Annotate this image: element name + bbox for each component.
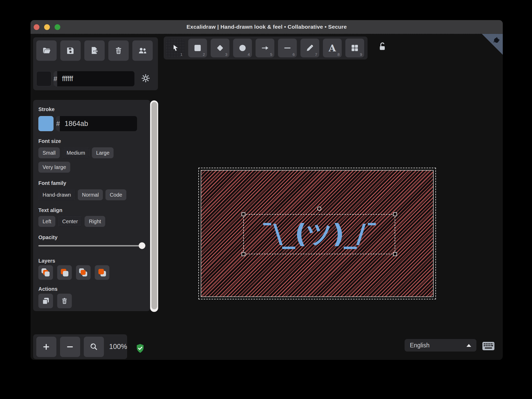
text-tool-icon: A bbox=[329, 43, 336, 53]
tool-line[interactable]: 6 bbox=[278, 39, 297, 57]
send-to-back-icon bbox=[42, 268, 50, 277]
zoom-in-button[interactable] bbox=[36, 337, 56, 357]
tool-arrow[interactable]: 5 bbox=[256, 39, 274, 57]
library-grid-icon bbox=[351, 44, 359, 52]
delete-button[interactable] bbox=[57, 294, 72, 308]
trash-icon bbox=[114, 46, 123, 55]
encryption-shield-icon[interactable] bbox=[136, 344, 144, 354]
language-select[interactable]: English bbox=[405, 339, 476, 352]
rotate-handle[interactable] bbox=[317, 207, 321, 211]
trash-icon bbox=[61, 297, 68, 305]
actions-label: Actions bbox=[38, 286, 145, 292]
hex-prefix[interactable]: # bbox=[54, 71, 57, 86]
tool-library[interactable]: 9 bbox=[345, 39, 364, 57]
duplicate-icon bbox=[42, 297, 50, 305]
clear-canvas-button[interactable] bbox=[108, 40, 129, 61]
text-align-left[interactable]: Left bbox=[38, 216, 55, 227]
font-family-label: Font family bbox=[38, 180, 145, 186]
opacity-slider[interactable] bbox=[38, 242, 145, 249]
font-family-normal[interactable]: Normal bbox=[78, 189, 103, 200]
font-size-small[interactable]: Small bbox=[38, 147, 60, 158]
github-corner-ribbon[interactable] bbox=[482, 34, 503, 55]
font-size-very-large[interactable]: Very large bbox=[38, 162, 70, 173]
excalidraw-window: Excalidraw | Hand-drawn look & feel • Co… bbox=[31, 20, 503, 360]
title-bar: Excalidraw | Hand-drawn look & feel • Co… bbox=[31, 20, 503, 34]
font-size-medium[interactable]: Medium bbox=[62, 147, 89, 158]
zoom-controls-island: 100% bbox=[33, 334, 127, 359]
collaborators-button[interactable] bbox=[132, 40, 153, 61]
text-selection-box[interactable]: ¯\_(ツ)_/¯ bbox=[243, 214, 395, 254]
reset-zoom-button[interactable] bbox=[84, 337, 104, 357]
layers-label: Layers bbox=[38, 258, 145, 264]
canvas-background-hex-field: # bbox=[54, 71, 134, 86]
unlocked-padlock-icon bbox=[377, 41, 387, 52]
maximize-window-button[interactable] bbox=[55, 24, 60, 30]
minimize-window-button[interactable] bbox=[44, 24, 50, 30]
font-family-code[interactable]: Code bbox=[105, 189, 126, 200]
font-size-label: Font size bbox=[38, 138, 145, 144]
font-size-large[interactable]: Large bbox=[92, 147, 114, 158]
keyboard-icon bbox=[482, 347, 495, 351]
stroke-hex-field: # bbox=[56, 116, 137, 131]
font-family-hand-drawn[interactable]: Hand-drawn bbox=[38, 189, 75, 200]
text-align-right[interactable]: Right bbox=[85, 216, 105, 227]
opacity-slider-handle[interactable] bbox=[139, 242, 145, 249]
window-title: Excalidraw | Hand-drawn look & feel • Co… bbox=[187, 24, 347, 30]
tool-selection[interactable]: 1 bbox=[166, 39, 185, 57]
language-value: English bbox=[410, 342, 429, 349]
pencil-icon bbox=[306, 44, 314, 52]
send-backward-icon bbox=[60, 268, 69, 277]
open-folder-icon bbox=[42, 46, 51, 55]
resize-handle-top-left[interactable] bbox=[241, 212, 245, 216]
panel-scrollbar-track[interactable] bbox=[150, 100, 158, 312]
bring-forward-button[interactable] bbox=[76, 265, 91, 280]
opacity-slider-track[interactable] bbox=[38, 245, 145, 246]
plus-icon bbox=[42, 343, 50, 351]
tool-diamond[interactable]: 3 bbox=[211, 39, 229, 57]
stroke-label: Stroke bbox=[38, 106, 145, 112]
resize-handle-bottom-left[interactable] bbox=[241, 252, 245, 256]
bring-to-front-icon bbox=[98, 268, 106, 277]
close-window-button[interactable] bbox=[34, 24, 39, 30]
keyboard-shortcuts-button[interactable] bbox=[482, 342, 495, 351]
text-align-center[interactable]: Center bbox=[58, 216, 82, 227]
shrug-text-element[interactable]: ¯\_(ツ)_/¯ bbox=[244, 215, 395, 254]
panel-scrollbar-thumb[interactable] bbox=[151, 102, 157, 309]
zoom-level-value[interactable]: 100% bbox=[109, 343, 127, 351]
cursor-icon bbox=[171, 44, 179, 52]
resize-handle-top-right[interactable] bbox=[393, 212, 397, 216]
tool-text[interactable]: A 8 bbox=[323, 39, 342, 57]
chevron-up-icon bbox=[466, 344, 471, 347]
lock-toggle-button[interactable] bbox=[377, 41, 388, 52]
open-file-button[interactable] bbox=[36, 40, 57, 61]
collaborators-icon bbox=[138, 46, 147, 55]
save-icon bbox=[66, 46, 75, 55]
stroke-color-input[interactable] bbox=[60, 120, 137, 128]
hex-prefix[interactable]: # bbox=[56, 116, 60, 131]
resize-handle-bottom-right[interactable] bbox=[393, 252, 397, 256]
save-button[interactable] bbox=[60, 40, 81, 61]
bring-forward-icon bbox=[79, 268, 87, 277]
export-file-icon bbox=[90, 46, 99, 55]
rectangle-icon bbox=[194, 44, 202, 52]
duplicate-button[interactable] bbox=[38, 294, 53, 308]
tool-draw[interactable]: 7 bbox=[300, 39, 319, 57]
tool-rectangle[interactable]: 2 bbox=[188, 39, 207, 57]
opacity-label: Opacity bbox=[38, 234, 145, 240]
reset-zoom-icon bbox=[90, 343, 98, 351]
canvas-background-swatch[interactable] bbox=[36, 71, 51, 86]
tool-ellipse[interactable]: 4 bbox=[233, 39, 252, 57]
stroke-color-swatch[interactable] bbox=[38, 116, 54, 131]
canvas-background-input[interactable] bbox=[57, 75, 134, 83]
diamond-icon bbox=[216, 44, 224, 52]
send-to-back-button[interactable] bbox=[38, 265, 53, 280]
canvas-actions-island: # bbox=[33, 37, 158, 90]
window-controls bbox=[31, 20, 60, 34]
export-button[interactable] bbox=[84, 40, 105, 61]
bring-to-front-button[interactable] bbox=[95, 265, 109, 280]
zoom-out-button[interactable] bbox=[60, 337, 80, 357]
ellipse-icon bbox=[239, 44, 246, 52]
properties-panel: Stroke # Font size Small Medium Large Ve… bbox=[33, 100, 150, 311]
settings-gear-icon[interactable] bbox=[141, 74, 150, 84]
send-backward-button[interactable] bbox=[57, 265, 72, 280]
